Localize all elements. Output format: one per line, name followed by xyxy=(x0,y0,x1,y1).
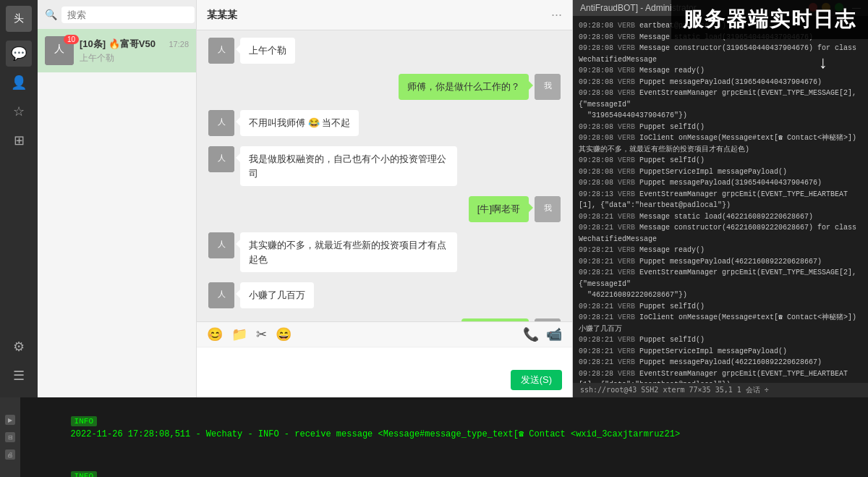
svg-text:人: 人 xyxy=(218,153,226,162)
log-line: 09:28:21 VERB Message constructor(462216… xyxy=(579,222,862,245)
server-title-overlay: 服务器端实时日志 ↓ xyxy=(671,0,868,39)
terminal-main: INFO 2022-11-26 17:28:08,511 - Wechaty -… xyxy=(20,397,868,477)
indicator-print[interactable]: 🖨 xyxy=(5,449,15,460)
log-line: 09:28:21 VERB IoClient onMessage(Message… xyxy=(579,312,862,334)
contact-time: 17:28 xyxy=(169,40,189,48)
terminal-text-1: 2022-11-26 17:28:08,511 - Wechaty - INFO… xyxy=(71,429,681,439)
log-line: 09:28:08 VERB Puppet selfId() xyxy=(579,155,862,166)
server-title: 服务器端实时日志 xyxy=(683,6,856,33)
message-row: 我 师傅，你是做什么工作的？ xyxy=(208,74,561,100)
log-line: 09:28:08 VERB Puppet messagePayload(3196… xyxy=(579,77,862,88)
terminal-content: INFO 2022-11-26 17:28:08,511 - Wechaty -… xyxy=(20,397,868,477)
unread-badge: 10 xyxy=(64,35,79,44)
message-row: 人 不用叫我师傅 😂 当不起 xyxy=(208,110,561,136)
search-icon: 🔍 xyxy=(45,9,57,20)
message-bubble: 小赚了几百万 xyxy=(240,282,314,308)
terminal-line: INFO 2022-11-26 17:28:21,213 - Wechaty -… xyxy=(29,457,859,477)
left-indicator: ▶ ⊟ 🖨 xyxy=(0,397,20,477)
message-bubble: 不用叫我师傅 😂 当不起 xyxy=(240,110,359,136)
sticker-button[interactable]: 😄 xyxy=(276,326,292,342)
svg-text:我: 我 xyxy=(544,81,552,90)
log-line: 09:28:21 VERB PuppetServiceImpl messageP… xyxy=(579,346,862,358)
log-line: 09:28:21 VERB Puppet selfId() xyxy=(579,334,862,346)
log-line: "3196540440437904676"}) xyxy=(579,110,862,122)
message-row: 人 我是做股权融资的，自己也有个小的投资管理公司 xyxy=(208,146,561,186)
message-bubble: 上午个勒 xyxy=(240,38,295,64)
svg-text:我: 我 xyxy=(544,203,552,212)
log-line: 09:28:08 VERB Puppet messagePayload(3196… xyxy=(579,177,862,189)
indicator-stop[interactable]: ⊟ xyxy=(5,432,15,442)
msg-avatar: 人 xyxy=(208,38,234,64)
chat-toolbar: 😊 📁 ✂ 😄 📞 📹 xyxy=(197,321,572,347)
sidebar-icon-more[interactable]: ☰ xyxy=(6,363,32,389)
chat-title: 某某某 xyxy=(207,9,237,22)
contact-info: [10条] 🔥富哥V50 17:28 上午个勒 xyxy=(80,38,189,64)
chat-options-button[interactable]: ··· xyxy=(551,7,562,22)
sidebar-icon-miniapps[interactable]: ⊞ xyxy=(6,127,32,153)
svg-text:人: 人 xyxy=(218,240,226,248)
message-row: 人 其实赚的不多，就最近有些新的投资项目才有点起色 xyxy=(208,232,561,272)
info-label-2: INFO xyxy=(71,471,97,477)
contact-panel: 🔍 + 人 10 [10条] 🔥富哥V50 17:28 上午个勒 xyxy=(38,0,197,397)
main-area: 头 💬 👤 ☆ ⊞ ⚙ ☰ 🔍 + 人 10 [10条] 🔥富哥V50 17:2… xyxy=(0,0,868,397)
msg-avatar: 人 xyxy=(208,110,234,136)
chat-messages: 人 上午个勒 我 师傅，你是做什么工作的？ 人 不用叫我师傅 😂 当不起 人 我… xyxy=(197,30,572,321)
status-ssh: ssh://root@43 SSH2 xterm 77×35 35,1 1 会话… xyxy=(580,385,769,395)
bottom-terminal: ▶ ⊟ 🖨 INFO 2022-11-26 17:28:08,511 - Wec… xyxy=(0,397,868,477)
log-line: 09:28:08 VERB PuppetServiceImpl messageP… xyxy=(579,166,862,178)
msg-avatar: 人 xyxy=(208,232,234,258)
message-row: 人 小赚了几百万 xyxy=(208,282,561,308)
terminal-line: INFO 2022-11-26 17:28:08,511 - Wechaty -… xyxy=(29,402,859,454)
msg-avatar: 人 xyxy=(208,146,234,172)
message-bubble: [牛]啊老哥 xyxy=(469,196,529,222)
search-input[interactable] xyxy=(61,7,195,23)
info-label-1: INFO xyxy=(71,416,97,426)
message-row: 我 [牛]啊老哥 xyxy=(208,196,561,222)
svg-text:人: 人 xyxy=(54,43,64,54)
log-line: 09:28:08 VERB IoClient onMessage(Message… xyxy=(579,132,862,155)
svg-text:人: 人 xyxy=(218,117,226,126)
message-bubble: 我是做股权融资的，自己也有个小的投资管理公司 xyxy=(240,146,457,186)
server-status-bar: ssh://root@43 SSH2 xterm 77×35 35,1 1 会话… xyxy=(573,383,868,397)
log-line: 09:28:21 VERB Puppet messagePayload(4622… xyxy=(579,256,862,268)
search-bar: 🔍 + xyxy=(38,0,196,29)
chat-input-area[interactable]: 发送(S) xyxy=(197,347,572,397)
svg-text:人: 人 xyxy=(218,45,226,54)
message-bubble: 师傅，你是做什么工作的？ xyxy=(399,74,529,100)
sidebar-icon-settings[interactable]: ⚙ xyxy=(6,334,32,360)
emoji-button[interactable]: 😊 xyxy=(207,326,223,342)
svg-text:人: 人 xyxy=(218,290,226,298)
msg-avatar: 我 xyxy=(535,74,561,100)
sidebar-icon-chat[interactable]: 💬 xyxy=(6,41,32,67)
log-line: 09:28:08 VERB EventStreamManager grpcEmi… xyxy=(579,88,862,110)
log-line: 09:28:21 VERB Message ready() xyxy=(579,245,862,256)
avatar[interactable]: 头 xyxy=(6,6,32,32)
arrow-down-icon: ↓ xyxy=(819,52,827,72)
contact-last-msg: 上午个勒 xyxy=(80,52,189,64)
phone-button[interactable]: 📞 xyxy=(523,326,539,342)
msg-avatar: 人 xyxy=(208,282,234,308)
log-line: 09:28:21 VERB EventStreamManager grpcEmi… xyxy=(579,267,862,290)
chat-header: 某某某 ··· xyxy=(197,0,572,30)
log-line: 09:28:21 VERB Puppet messagePayload(4622… xyxy=(579,357,862,368)
contact-name: [10条] 🔥富哥V50 xyxy=(80,38,156,51)
chat-panel: 某某某 ··· 人 上午个勒 我 师傅，你是做什么工作的？ 人 不用叫我师傅 😂… xyxy=(197,0,573,397)
server-panel: 服务器端实时日志 ↓ AntiFraudBOT] - Administrator… xyxy=(573,0,868,397)
indicator-play[interactable]: ▶ xyxy=(5,415,15,425)
message-bubble: 😲 富哥V50 xyxy=(461,318,529,321)
contact-item[interactable]: 人 10 [10条] 🔥富哥V50 17:28 上午个勒 xyxy=(38,29,196,72)
send-button[interactable]: 发送(S) xyxy=(511,370,562,390)
sidebar-icon-favorites[interactable]: ☆ xyxy=(6,98,32,124)
video-button[interactable]: 📹 xyxy=(546,326,562,342)
log-line: 09:28:21 VERB Puppet selfId() xyxy=(579,301,862,313)
scissors-button[interactable]: ✂ xyxy=(256,326,267,342)
msg-avatar: 我 xyxy=(535,196,561,222)
log-line: 09:28:13 VERB EventStreamManager grpcEmi… xyxy=(579,189,862,211)
message-bubble: 其实赚的不多，就最近有些新的投资项目才有点起色 xyxy=(240,232,457,272)
sidebar: 头 💬 👤 ☆ ⊞ ⚙ ☰ xyxy=(0,0,38,397)
log-line: 09:28:28 VERB EventStreamManager grpcEmi… xyxy=(579,368,862,384)
log-line: 09:28:08 VERB Puppet selfId() xyxy=(579,122,862,133)
file-button[interactable]: 📁 xyxy=(231,326,247,342)
log-line: 09:28:21 VERB Message static load(462216… xyxy=(579,211,862,223)
sidebar-icon-contacts[interactable]: 👤 xyxy=(6,69,32,96)
